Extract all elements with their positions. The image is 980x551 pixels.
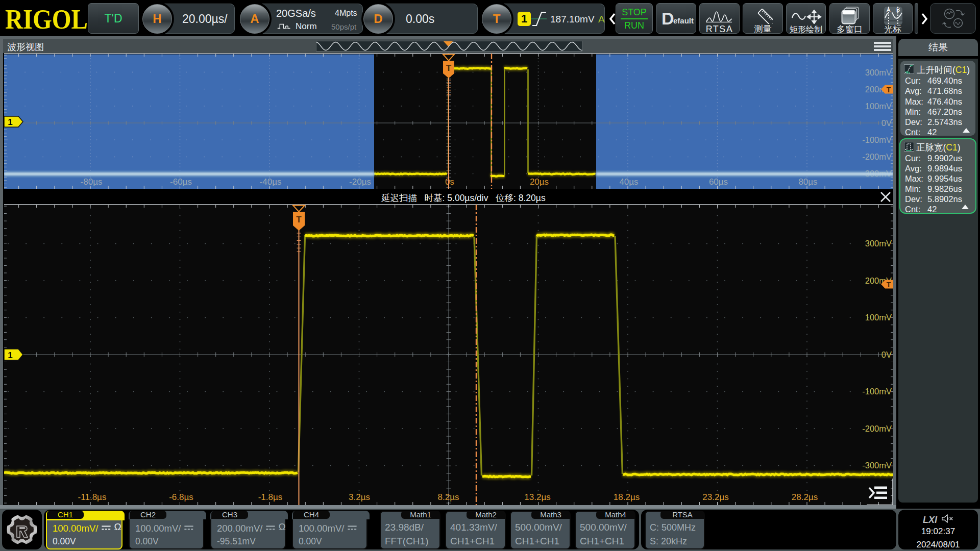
svg-text:80µs: 80µs (798, 177, 817, 187)
svg-text:300mV: 300mV (865, 239, 892, 248)
svg-text:T: T (887, 281, 891, 289)
svg-text:60µs: 60µs (709, 177, 728, 187)
svg-text:-100mV: -100mV (862, 387, 892, 396)
svg-text:-200mV: -200mV (862, 424, 892, 433)
svg-text:-11.8µs: -11.8µs (78, 492, 107, 502)
svg-text:13.2µs: 13.2µs (524, 492, 550, 502)
svg-text:-1.8µs: -1.8µs (258, 492, 283, 502)
svg-text:23.2µs: 23.2µs (702, 492, 728, 502)
svg-text:18.2µs: 18.2µs (614, 492, 640, 502)
svg-text:-100mV: -100mV (862, 135, 892, 144)
svg-text:-300mV: -300mV (862, 461, 892, 470)
svg-text:-40µs: -40µs (260, 177, 282, 187)
svg-text:T: T (446, 63, 452, 73)
svg-text:1: 1 (8, 117, 12, 127)
svg-text:T: T (296, 215, 302, 224)
svg-text:100mV: 100mV (865, 102, 892, 111)
svg-text:8.2µs: 8.2µs (438, 492, 459, 502)
svg-text:-80µs: -80µs (81, 177, 103, 187)
svg-text:-20µs: -20µs (349, 177, 371, 187)
svg-text:100mV: 100mV (865, 313, 892, 322)
svg-text:0V: 0V (881, 118, 892, 128)
svg-text:3.2µs: 3.2µs (349, 492, 370, 502)
svg-text:T: T (887, 86, 891, 94)
svg-text:40µs: 40µs (619, 177, 638, 187)
svg-text:-200mV: -200mV (862, 152, 892, 161)
svg-text:20µs: 20µs (530, 177, 549, 187)
svg-text:0V: 0V (881, 350, 892, 359)
svg-text:1: 1 (8, 350, 12, 360)
svg-text:-60µs: -60µs (170, 177, 192, 187)
svg-text:28.2µs: 28.2µs (792, 492, 818, 502)
svg-text:300mV: 300mV (865, 68, 892, 77)
svg-text:0s: 0s (445, 177, 454, 187)
svg-text:-6.8µs: -6.8µs (169, 492, 193, 502)
